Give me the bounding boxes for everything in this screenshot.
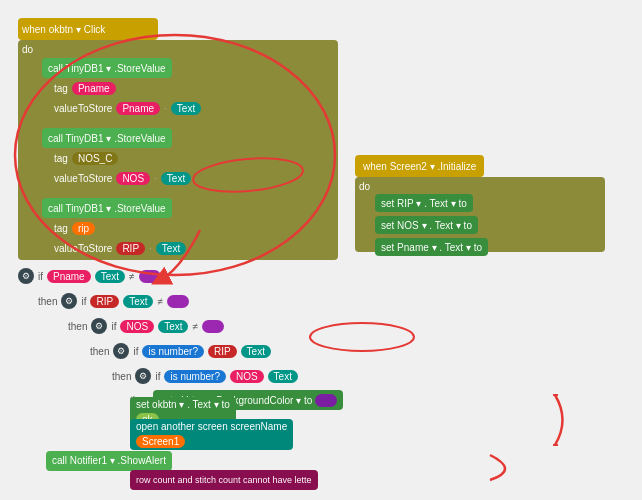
empty-pill3[interactable] (202, 320, 224, 333)
neq1: ≠ (129, 271, 135, 282)
tag2-label: tag (54, 153, 68, 164)
call-notifier-block[interactable]: call Notifier1 ▾ .ShowAlert (46, 451, 172, 471)
rip-pill[interactable]: RIP (116, 242, 145, 255)
if1-label: if (38, 271, 43, 282)
if5-icon: ⚙ (135, 368, 151, 384)
is-number1-pill[interactable]: is number? (142, 345, 203, 358)
if4-icon: ⚙ (113, 343, 129, 359)
screen1-pill[interactable]: Screen1 (136, 435, 185, 448)
text-if5[interactable]: Text (268, 370, 298, 383)
set-rip-block[interactable]: set RIP ▾ . Text ▾ to (375, 194, 473, 212)
canvas: when okbtn ▾ Click do call TinyDB1 ▾ .St… (0, 0, 642, 500)
text3-pill[interactable]: Text (156, 242, 186, 255)
valueToStore1-label: valueToStore (54, 103, 112, 114)
then1-label: then (38, 296, 57, 307)
empty-pill1[interactable] (139, 270, 161, 283)
nos-if3[interactable]: NOS (120, 320, 154, 333)
text-if3[interactable]: Text (158, 320, 188, 333)
nos-c-pill[interactable]: NOS_C (72, 152, 118, 165)
call2-block[interactable]: call TinyDB1 ▾ .StoreValue (42, 128, 172, 148)
valueToStore3-label: valueToStore (54, 243, 112, 254)
text-if1[interactable]: Text (95, 270, 125, 283)
then2-label: then (68, 321, 87, 332)
when-click-label: when okbtn ▾ Click (22, 24, 105, 35)
set-nos-block[interactable]: set NOS ▾ . Text ▾ to (375, 216, 478, 234)
svg-point-2 (310, 323, 414, 351)
pname2-pill[interactable]: Pname (116, 102, 160, 115)
then3-label: then (90, 346, 109, 357)
empty-pill2[interactable] (167, 295, 189, 308)
set-pname-block[interactable]: set Pname ▾ . Text ▾ to (375, 238, 488, 256)
call3-block[interactable]: call TinyDB1 ▾ .StoreValue (42, 198, 172, 218)
text-if4[interactable]: Text (241, 345, 271, 358)
if4-label: if (133, 346, 138, 357)
rip-tag-pill[interactable]: rip (72, 222, 95, 235)
if3-icon: ⚙ (91, 318, 107, 334)
then4-label: then (112, 371, 131, 382)
do-block: do call TinyDB1 ▾ .StoreValue tag Pname … (18, 40, 338, 260)
tag3-label: tag (54, 223, 68, 234)
pname-pill1[interactable]: Pname (72, 82, 116, 95)
valueToStore2-label: valueToStore (54, 173, 112, 184)
nos-if5[interactable]: NOS (230, 370, 264, 383)
pname-if1[interactable]: Pname (47, 270, 91, 283)
rip-if4[interactable]: RIP (208, 345, 237, 358)
if1-icon: ⚙ (18, 268, 34, 284)
do-label: do (22, 44, 33, 55)
row-count-block[interactable]: row count and stitch count cannot have l… (130, 470, 318, 490)
rip-if2[interactable]: RIP (90, 295, 119, 308)
text-if2[interactable]: Text (123, 295, 153, 308)
if3-label: if (111, 321, 116, 332)
text1-pill[interactable]: Text (171, 102, 201, 115)
neq2: ≠ (157, 296, 163, 307)
nos-pill[interactable]: NOS (116, 172, 150, 185)
screen2-do-block: do set RIP ▾ . Text ▾ to set NOS ▾ . Tex… (355, 177, 605, 252)
neq3: ≠ (192, 321, 198, 332)
tag1-label: tag (54, 83, 68, 94)
call1-block[interactable]: call TinyDB1 ▾ .StoreValue (42, 58, 172, 78)
when-click-block[interactable]: when okbtn ▾ Click (18, 18, 158, 40)
text2-pill[interactable]: Text (161, 172, 191, 185)
when-screen2-block[interactable]: when Screen2 ▾ .Initialize (355, 155, 484, 177)
is-number2-pill[interactable]: is number? (164, 370, 225, 383)
if2-label: if (81, 296, 86, 307)
open-screen-block[interactable]: open another screen screenName Screen1 (130, 419, 293, 450)
if2-icon: ⚙ (61, 293, 77, 309)
if5-label: if (155, 371, 160, 382)
